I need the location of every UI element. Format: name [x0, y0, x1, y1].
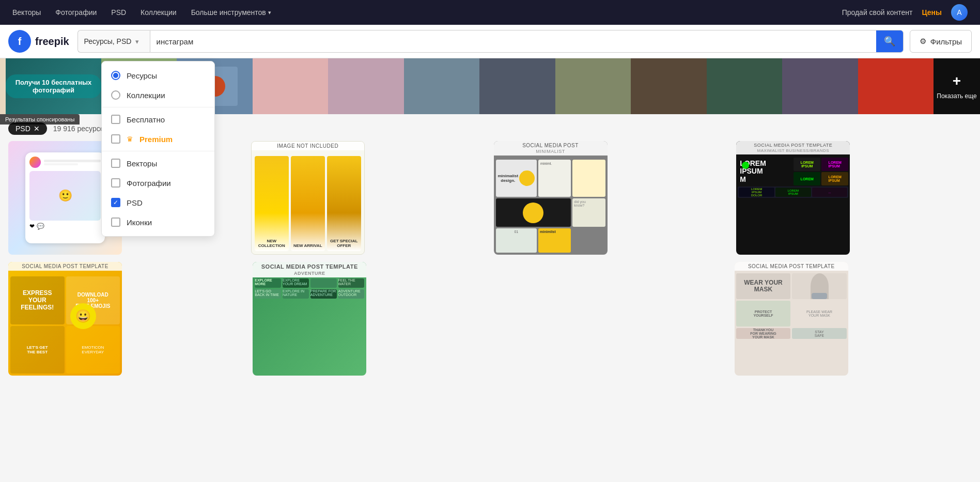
search-input[interactable] [150, 37, 876, 46]
checkbox-psd: ✓ [111, 198, 120, 207]
card-social-lorem[interactable]: SOCIAL MEDIA POST TEMPLATE Maximalist Bu… [736, 141, 850, 255]
search-input-wrap: 🔍 [150, 30, 904, 53]
card-social-minimalist[interactable]: SOCIAL MEDIA POST Minimalist minimalistd… [494, 141, 608, 255]
nav-more-tools[interactable]: Больше инструментов ▾ [191, 8, 271, 17]
result-count: 19 916 ресурсов [53, 125, 108, 133]
dropdown-item-free[interactable]: Бесплатно [102, 110, 214, 129]
checkbox-photos [111, 178, 120, 188]
row-2: SOCIAL MEDIA POST TEMPLATE EXPRESSYOURFE… [8, 262, 972, 376]
svg-text:f: f [18, 36, 22, 47]
strip-item-4[interactable] [253, 58, 328, 114]
topnav-links: Векторы Фотографии PSD Коллекции Больше … [12, 8, 271, 17]
strip-item-11[interactable] [782, 58, 858, 114]
strip-item-6[interactable] [404, 58, 479, 114]
checkbox-free [111, 115, 120, 124]
top-navigation: Векторы Фотографии PSD Коллекции Больше … [0, 0, 980, 25]
card-top-label: Social Media Post Template Adventure [253, 262, 366, 277]
card-top-label: SOCIAL MEDIA POST TEMPLATE Maximalist Bu… [736, 141, 850, 154]
prices-link[interactable]: Цены [922, 8, 942, 17]
search-icon: 🔍 [884, 36, 895, 47]
card-image-not-included[interactable]: IMAGE NOT INCLUDED NEW COLLECTION NEW AR… [251, 141, 365, 255]
show-more-button[interactable]: + Показать еще [934, 58, 980, 114]
radio-resources [111, 71, 120, 80]
freepik-logo-icon: f [8, 30, 31, 53]
card-wear-mask[interactable]: SOCIAL MEDIA POST TEMPLATE WEAR YOURMASK… [735, 262, 848, 376]
strip-item-9[interactable] [631, 58, 706, 114]
filters-button[interactable]: ⚙ Фильтры [910, 30, 972, 53]
searchbar-row: f freepik Ресурсы, PSD ▾ 🔍 ⚙ Фильтры Рес… [0, 25, 980, 58]
strip-item-7[interactable] [479, 58, 555, 114]
resource-type-selector[interactable]: Ресурсы, PSD ▾ [77, 30, 150, 53]
dropdown-item-resources[interactable]: Ресурсы [102, 66, 214, 85]
checkbox-vectors [111, 159, 120, 168]
card-express-feelings[interactable]: SOCIAL MEDIA POST TEMPLATE EXPRESSYOURFE… [8, 262, 122, 376]
dropdown-item-photos[interactable]: Фотографии [102, 173, 214, 193]
freepik-wordmark: freepik [35, 36, 69, 48]
search-button[interactable]: 🔍 [876, 30, 903, 53]
freepik-logo[interactable]: f freepik [8, 30, 69, 53]
user-avatar[interactable]: А [951, 4, 968, 21]
dropdown-item-psd[interactable]: ✓ PSD [102, 193, 214, 212]
chevron-down-icon: ▾ [135, 38, 139, 45]
checkbox-icons [111, 217, 120, 227]
sell-content-link[interactable]: Продай свой контент [842, 8, 913, 17]
filter-icon: ⚙ [920, 37, 926, 46]
card-top-label: IMAGE NOT INCLUDED [252, 142, 364, 150]
dropdown-item-icons[interactable]: Иконки [102, 212, 214, 232]
nav-photos[interactable]: Фотографии [55, 8, 97, 17]
strip-item-12[interactable] [858, 58, 934, 114]
nav-collections[interactable]: Коллекции [141, 8, 177, 17]
free-photos-label: Получи 10 бесплатных фотографий [15, 79, 92, 94]
resource-type-dropdown: Ресурсы Коллекции Бесплатно ♛ Premium Ве… [101, 61, 215, 237]
chevron-down-icon: ▾ [268, 9, 271, 16]
dropdown-item-collections[interactable]: Коллекции [102, 85, 214, 105]
card-top-label: SOCIAL MEDIA POST TEMPLATE [8, 262, 122, 271]
checkbox-premium [111, 134, 120, 144]
remove-filter-icon[interactable]: ✕ [34, 125, 40, 133]
strip-item-1[interactable] [0, 58, 6, 114]
card-top-label: SOCIAL MEDIA POST Minimalist [494, 141, 608, 156]
nav-psd[interactable]: PSD [111, 8, 126, 17]
show-more-label: Показать еще [937, 92, 976, 100]
sponsored-label: Результаты спонсированы [0, 114, 80, 125]
radio-collections [111, 90, 120, 100]
strip-item-5[interactable] [328, 58, 403, 114]
dropdown-divider-2 [102, 151, 214, 151]
strip-item-banner[interactable]: Получи 10 бесплатных фотографий [6, 58, 101, 114]
strip-item-10[interactable] [707, 58, 782, 114]
nav-vectors[interactable]: Векторы [12, 8, 41, 17]
dropdown-item-premium[interactable]: ♛ Premium [102, 129, 214, 149]
topnav-right: Продай свой контент Цены А [842, 4, 968, 21]
plus-icon: + [953, 73, 961, 89]
card-top-label: SOCIAL MEDIA POST TEMPLATE [735, 262, 848, 271]
strip-item-8[interactable] [555, 58, 631, 114]
crown-icon: ♛ [127, 135, 133, 143]
dropdown-item-vectors[interactable]: Векторы [102, 153, 214, 173]
dropdown-divider-1 [102, 107, 214, 107]
card-social-adventure[interactable]: Social Media Post Template Adventure EXP… [253, 262, 366, 376]
